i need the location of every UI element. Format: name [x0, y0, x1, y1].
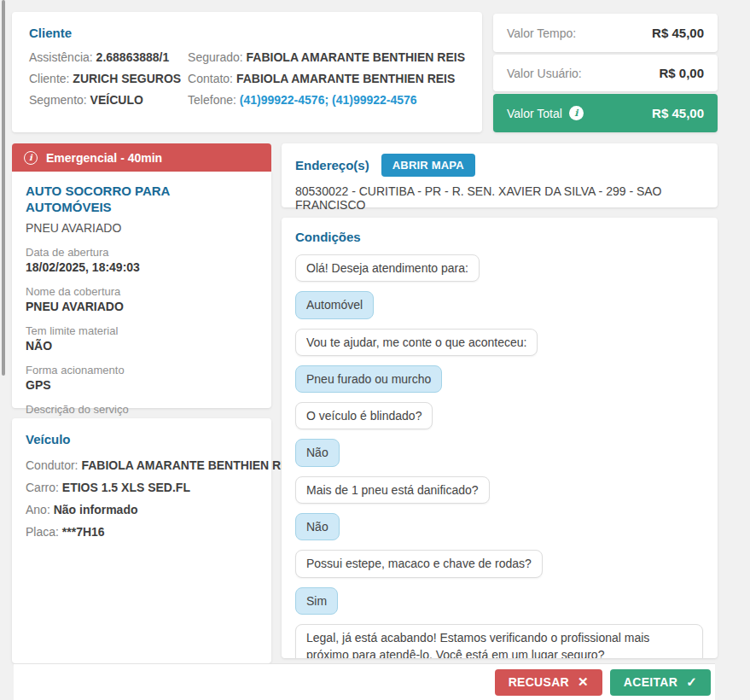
condutor-field: Condutor: FABIOLA AMARANTE BENTHIEN REIS: [26, 458, 258, 472]
cliente-card-title: Cliente: [29, 26, 465, 40]
chat-bubble: Legal, já está acabando! Estamos verific…: [295, 624, 703, 658]
valor-total-value: R$ 45,00: [652, 106, 704, 120]
placa-label: Placa:: [26, 525, 59, 539]
chat-message-user: Não: [295, 513, 704, 540]
endereco-card: Endereço(s) ABRIR MAPA 80530022 - CURITI…: [282, 143, 718, 207]
segurado-value: FABIOLA AMARANTE BENTHIEN REIS: [247, 50, 465, 64]
valor-total-label: Valor Total: [507, 107, 562, 120]
valor-usuario-label: Valor Usuário:: [507, 67, 582, 80]
chat-message-bot: O veículo é blindado?: [295, 402, 704, 429]
limite-material-label: Tem limite material: [26, 324, 258, 337]
service-card: AUTO SOCORRO PARA AUTOMÓVEIS PNEU AVARIA…: [12, 172, 271, 408]
telefone-label: Telefone:: [188, 93, 236, 107]
chat-message-bot: Olá! Deseja atendimento para:: [295, 254, 704, 282]
nome-cobertura-value: PNEU AVARIADO: [26, 300, 258, 313]
assistencia-label: Assistência:: [29, 50, 93, 64]
chat-bubble: Não: [295, 439, 340, 466]
recusar-button[interactable]: RECUSAR ✕: [495, 669, 602, 696]
recusar-button-label: RECUSAR: [509, 675, 569, 689]
data-abertura-label: Data de abertura: [26, 246, 258, 259]
chat-bubble: Sim: [295, 587, 338, 615]
placa-value: ***7H16: [62, 525, 105, 539]
x-icon: ✕: [578, 674, 589, 690]
contato-field: Contato: FABIOLA AMARANTE BENTHIEN REIS: [188, 72, 465, 85]
chat-message-bot: Vou te ajudar, me conte o que aconteceu:: [295, 329, 704, 356]
carro-field: Carro: ETIOS 1.5 XLS SED.FL: [26, 481, 258, 494]
chat-bubble: Olá! Deseja atendimento para:: [295, 254, 480, 282]
veiculo-card-title: Veículo: [26, 432, 258, 446]
chat-message-bot: Mais de 1 pneu está danificado?: [295, 476, 704, 504]
placa-field: Placa: ***7H16: [26, 525, 258, 539]
nome-cobertura-label: Nome da cobertura: [26, 285, 258, 298]
info-icon[interactable]: i: [569, 106, 584, 120]
contato-value: FABIOLA AMARANTE BENTHIEN REIS: [236, 72, 455, 85]
chat-bubble: Vou te ajudar, me conte o que aconteceu:: [295, 329, 538, 356]
assistencia-value: 2.68863888/1: [96, 50, 170, 64]
carro-label: Carro:: [26, 481, 59, 494]
valor-usuario-value: R$ 0,00: [659, 66, 704, 80]
segurado-label: Segurado:: [188, 50, 243, 64]
aceitar-button[interactable]: ACEITAR ✓: [610, 669, 711, 696]
forma-acionamento-label: Forma acionamento: [26, 364, 258, 376]
emergencial-banner: i Emergencial - 40min: [12, 143, 271, 172]
footer-action-bar: RECUSAR ✕ ACEITAR ✓: [14, 663, 715, 700]
endereco-card-title: Endereço(s): [295, 158, 369, 172]
valor-tempo-label: Valor Tempo:: [507, 26, 576, 40]
chat-bubble: Não: [295, 513, 340, 540]
segurado-field: Segurado: FABIOLA AMARANTE BENTHIEN REIS: [188, 50, 465, 64]
endereco-address: 80530022 - CURITIBA - PR - R. SEN. XAVIE…: [295, 184, 704, 212]
condicoes-card-title: Condições: [295, 230, 704, 244]
carro-value: ETIOS 1.5 XLS SED.FL: [62, 481, 190, 494]
left-scrollbar-thumb[interactable]: [2, 0, 5, 376]
condutor-value: FABIOLA AMARANTE BENTHIEN REIS: [81, 458, 299, 472]
emergencial-banner-label: Emergencial - 40min: [46, 151, 162, 165]
veiculo-card: Veículo Condutor: FABIOLA AMARANTE BENTH…: [12, 418, 271, 663]
info-icon: i: [24, 151, 38, 165]
segmento-field: Segmento: VEÍCULO: [29, 93, 188, 107]
chat-message-user: Automóvel: [295, 291, 704, 318]
cliente-card: Cliente Assistência: 2.68863888/1 Client…: [12, 12, 482, 132]
valor-total-row: Valor Total i R$ 45,00: [493, 94, 718, 132]
aceitar-button-label: ACEITAR: [624, 675, 677, 689]
descricao-servico-label: Descrição do serviço: [26, 403, 258, 416]
cliente-value: ZURICH SEGUROS: [73, 72, 181, 85]
service-title: AUTO SOCORRO PARA AUTOMÓVEIS: [26, 184, 258, 216]
chat-bubble: O veículo é blindado?: [295, 402, 433, 429]
telefone-link[interactable]: (41)99922-4576; (41)99922-4576: [240, 93, 417, 107]
condicoes-card: Condições Olá! Deseja atendimento para: …: [282, 218, 718, 658]
segmento-value: VEÍCULO: [90, 93, 143, 107]
ano-value: Não informado: [54, 503, 138, 516]
segmento-label: Segmento:: [29, 93, 87, 107]
valor-usuario-row: Valor Usuário: R$ 0,00: [493, 55, 718, 91]
service-subtitle: PNEU AVARIADO: [26, 221, 258, 235]
limite-material-value: NÃO: [26, 339, 258, 353]
ano-label: Ano:: [26, 503, 50, 516]
chat-message-bot: Possui estepe, macaco e chave de rodas?: [295, 550, 704, 577]
assistencia-field: Assistência: 2.68863888/1: [29, 50, 188, 64]
chat-message-bot: Legal, já está acabando! Estamos verific…: [295, 624, 704, 658]
condutor-label: Condutor:: [26, 458, 78, 472]
cliente-label: Cliente:: [29, 72, 69, 85]
chat-message-user: Sim: [295, 587, 704, 615]
abrir-mapa-button[interactable]: ABRIR MAPA: [381, 154, 475, 177]
forma-acionamento-value: GPS: [26, 378, 258, 392]
chat-history: Olá! Deseja atendimento para: Automóvel …: [295, 254, 704, 658]
data-abertura-field: Data de abertura 18/02/2025, 18:49:03: [26, 246, 258, 274]
chat-message-user: Não: [295, 439, 704, 466]
chat-bubble: Pneu furado ou murcho: [295, 365, 442, 393]
limite-material-field: Tem limite material NÃO: [26, 324, 258, 353]
chat-bubble: Possui estepe, macaco e chave de rodas?: [295, 550, 543, 577]
chat-bubble: Mais de 1 pneu está danificado?: [295, 476, 490, 504]
data-abertura-value: 18/02/2025, 18:49:03: [26, 260, 258, 274]
contato-label: Contato:: [188, 72, 233, 85]
telefone-field: Telefone: (41)99922-4576; (41)99922-4576: [188, 93, 465, 107]
valor-tempo-row: Valor Tempo: R$ 45,00: [493, 14, 718, 52]
left-scrollbar-track: [2, 0, 5, 700]
cliente-field: Cliente: ZURICH SEGUROS: [29, 72, 188, 85]
valor-tempo-value: R$ 45,00: [652, 26, 704, 40]
chat-bubble: Automóvel: [295, 291, 374, 318]
forma-acionamento-field: Forma acionamento GPS: [26, 364, 258, 392]
check-icon: ✓: [686, 674, 697, 690]
ano-field: Ano: Não informado: [26, 503, 258, 516]
nome-cobertura-field: Nome da cobertura PNEU AVARIADO: [26, 285, 258, 313]
